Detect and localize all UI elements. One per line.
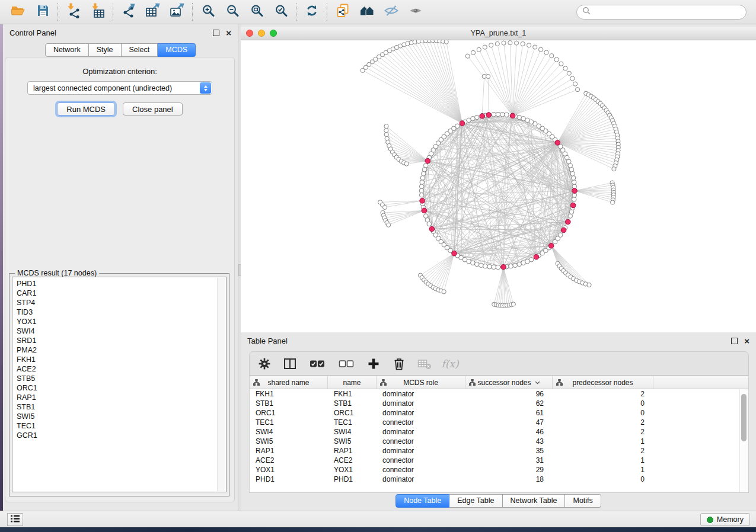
mcds-node-item[interactable]: PMA2: [17, 345, 226, 355]
table-scrollbar[interactable]: [739, 389, 748, 492]
mcds-hub-node[interactable]: [460, 121, 465, 126]
mcds-node-item[interactable]: TEC1: [17, 421, 226, 431]
cell-mcds_role[interactable]: dominator: [377, 475, 465, 484]
column-header-successor-nodes[interactable]: successor nodes: [465, 376, 553, 389]
cell-name[interactable]: RAP1: [328, 446, 377, 456]
cell-predecessor_nodes[interactable]: 1: [553, 456, 653, 465]
cell-shared_name[interactable]: ORC1: [250, 408, 328, 418]
mcds-hub-node[interactable]: [429, 226, 435, 232]
tab-style[interactable]: Style: [89, 43, 122, 57]
cell-mcds_role[interactable]: dominator: [377, 427, 465, 437]
cell-shared_name[interactable]: SWI5: [250, 437, 328, 446]
cell-predecessor_nodes[interactable]: 0: [553, 475, 653, 484]
cell-shared_name[interactable]: YOX1: [250, 465, 328, 475]
split-columns-icon[interactable]: [283, 357, 297, 371]
tab-select[interactable]: Select: [122, 43, 158, 57]
table-row[interactable]: ACE2ACE2connector311: [250, 456, 748, 465]
table-row[interactable]: SWI4SWI4dominator462: [250, 427, 748, 437]
mcds-hub-node[interactable]: [572, 188, 578, 194]
mcds-hub-node[interactable]: [452, 251, 457, 256]
cell-successor_nodes[interactable]: 46: [465, 427, 553, 437]
double-house-button[interactable]: [355, 2, 379, 21]
export-network-button[interactable]: [116, 2, 141, 21]
gear-icon[interactable]: [257, 357, 272, 371]
mcds-node-item[interactable]: STP4: [17, 298, 226, 307]
mcds-hub-node[interactable]: [422, 208, 427, 213]
cell-successor_nodes[interactable]: 43: [465, 437, 553, 446]
mcds-node-item[interactable]: STB5: [17, 374, 226, 383]
add-plus-icon[interactable]: [366, 357, 381, 371]
table-row[interactable]: ORC1ORC1dominator610: [250, 408, 748, 418]
refresh-button[interactable]: [299, 2, 324, 21]
memory-button[interactable]: Memory: [700, 513, 750, 526]
optimization-dropdown[interactable]: largest connected component (undirected): [27, 81, 212, 95]
table-row[interactable]: TEC1TEC1connector472: [250, 418, 748, 427]
mcds-hub-node[interactable]: [555, 140, 560, 146]
mcds-node-item[interactable]: SWI5: [17, 412, 226, 421]
mcds-hub-node[interactable]: [570, 203, 576, 208]
cell-successor_nodes[interactable]: 35: [465, 446, 553, 456]
mcds-node-item[interactable]: GCR1: [17, 431, 226, 440]
close-panel-button[interactable]: Close panel: [123, 102, 183, 116]
mcds-node-item[interactable]: SRD1: [17, 336, 226, 345]
cell-mcds_role[interactable]: connector: [377, 418, 465, 427]
cell-name[interactable]: SWI4: [328, 427, 377, 437]
cell-predecessor_nodes[interactable]: 0: [553, 408, 653, 418]
tab-node-table[interactable]: Node Table: [395, 494, 449, 508]
mcds-hub-node[interactable]: [486, 113, 492, 118]
zoom-out-button[interactable]: [220, 2, 244, 21]
mcds-node-item[interactable]: TID3: [17, 307, 226, 317]
cell-mcds_role[interactable]: dominator: [377, 408, 465, 418]
mcds-node-item[interactable]: CAR1: [17, 289, 226, 298]
cell-name[interactable]: SWI5: [328, 437, 377, 446]
mcds-hub-node[interactable]: [566, 219, 571, 225]
tab-network-table[interactable]: Network Table: [503, 494, 566, 508]
save-session-button[interactable]: [30, 2, 55, 21]
cell-successor_nodes[interactable]: 29: [465, 465, 553, 475]
cell-successor_nodes[interactable]: 96: [465, 389, 553, 399]
cell-successor_nodes[interactable]: 18: [465, 475, 553, 484]
tab-mcds[interactable]: MCDS: [158, 43, 196, 57]
search-input[interactable]: [594, 7, 741, 17]
mcds-node-item[interactable]: ORC1: [17, 383, 226, 393]
cell-name[interactable]: ACE2: [328, 456, 377, 465]
cell-mcds_role[interactable]: connector: [377, 465, 465, 475]
mcds-hub-node[interactable]: [420, 198, 425, 204]
mcds-node-item[interactable]: STB1: [17, 402, 226, 412]
cell-name[interactable]: STB1: [328, 399, 377, 408]
cell-mcds_role[interactable]: dominator: [377, 389, 465, 399]
cell-predecessor_nodes[interactable]: 1: [553, 465, 653, 475]
cell-successor_nodes[interactable]: 31: [465, 456, 553, 465]
cell-predecessor_nodes[interactable]: 2: [553, 418, 653, 427]
mcds-hub-node[interactable]: [561, 227, 566, 233]
tab-motifs[interactable]: Motifs: [565, 494, 601, 508]
tab-network[interactable]: Network: [45, 43, 89, 57]
float-panel-icon[interactable]: [731, 338, 738, 344]
zoom-fit-button[interactable]: [244, 2, 269, 21]
close-panel-icon[interactable]: ×: [744, 336, 749, 345]
cell-shared_name[interactable]: ACE2: [250, 456, 328, 465]
table-row[interactable]: SWI5SWI5connector431: [250, 437, 748, 446]
tab-edge-table[interactable]: Edge Table: [449, 494, 502, 508]
cell-predecessor_nodes[interactable]: 2: [553, 427, 653, 437]
cell-name[interactable]: TEC1: [328, 418, 377, 427]
network-graph[interactable]: [241, 40, 756, 332]
list-scrollbar[interactable]: [217, 278, 225, 491]
cell-name[interactable]: YOX1: [328, 465, 377, 475]
cell-successor_nodes[interactable]: 47: [465, 418, 553, 427]
mcds-hub-node[interactable]: [548, 243, 554, 248]
zoom-in-button[interactable]: [196, 2, 220, 21]
column-header-shared-name[interactable]: shared name: [250, 376, 328, 389]
mcds-node-item[interactable]: YOX1: [17, 317, 226, 326]
mcds-node-item[interactable]: SWI4: [17, 326, 226, 336]
unchecked-boxes-icon[interactable]: [337, 357, 355, 371]
column-header-name[interactable]: name: [328, 376, 377, 389]
cell-shared_name[interactable]: RAP1: [250, 446, 328, 456]
column-header-MCDS-role[interactable]: MCDS role: [377, 376, 465, 389]
export-table-button[interactable]: [141, 2, 165, 21]
cell-mcds_role[interactable]: dominator: [377, 399, 465, 408]
float-panel-icon[interactable]: [213, 30, 219, 36]
mcds-hub-node[interactable]: [501, 264, 506, 270]
mcds-hub-node[interactable]: [534, 254, 539, 259]
close-panel-icon[interactable]: ×: [226, 28, 231, 37]
